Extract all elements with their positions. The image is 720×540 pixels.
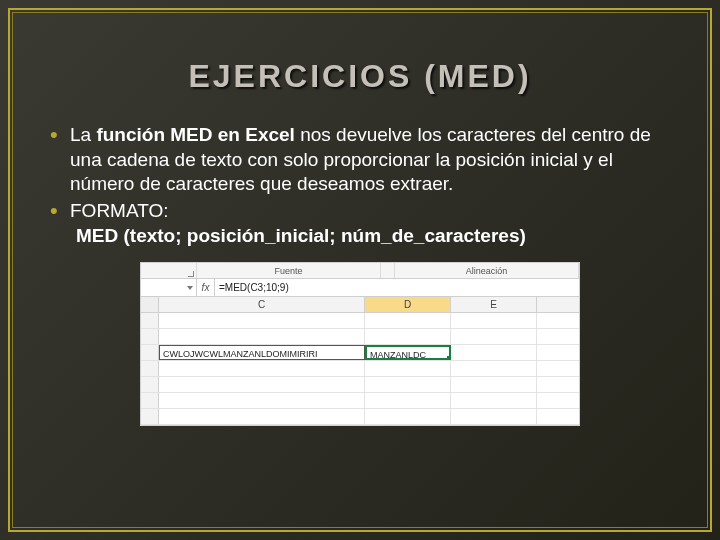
bullet-list: La función MED en Excel nos devuelve los… [50,123,670,248]
format-definition: MED (texto; posición_inicial; núm_de_car… [70,224,670,249]
inner-border [12,12,708,528]
bullet-format: FORMATO: MED (texto; posición_inicial; n… [50,199,670,248]
cell-d3-active[interactable]: MANZANLDC [365,345,451,360]
cell-c3[interactable]: CWLOJWCWLMANZANLDOMIMIRIRI [159,345,365,360]
ribbon-spacer [141,263,197,278]
bullet1-prefix: La [70,124,96,145]
expand-icon [188,271,194,277]
format-label: FORMATO: [70,200,169,221]
name-box[interactable] [141,279,197,296]
bullet-description: La función MED en Excel nos devuelve los… [50,123,670,197]
bullet1-bold: función MED en Excel [96,124,294,145]
